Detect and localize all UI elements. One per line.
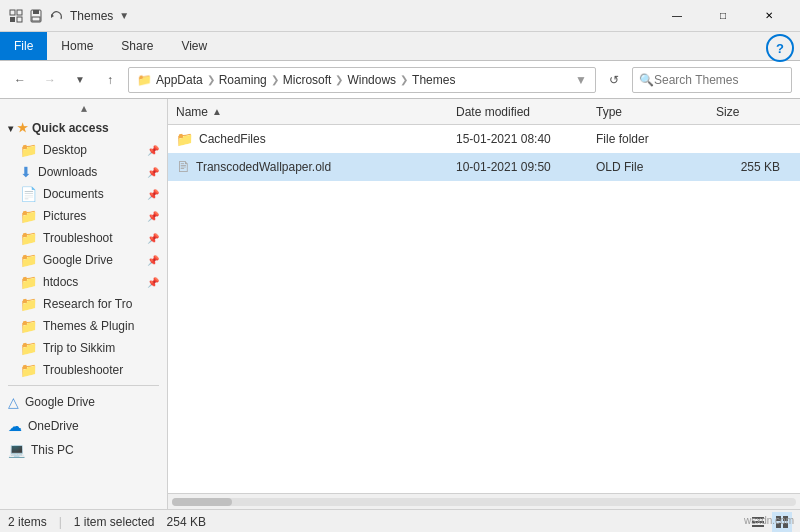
sidebar-item-label: Troubleshooter (43, 363, 123, 377)
sidebar-item-label: Documents (43, 187, 104, 201)
window-title: Themes (70, 9, 113, 23)
folder-icon: 📁 (20, 318, 37, 334)
breadcrumb-appdata[interactable]: AppData (156, 73, 203, 87)
sidebar-item-label: Downloads (38, 165, 97, 179)
undo-icon[interactable] (48, 8, 64, 24)
folder-icon: 📁 (20, 142, 37, 158)
folder-icon: 📁 (20, 362, 37, 378)
tab-share[interactable]: Share (107, 32, 167, 60)
doc-icon: 📄 (20, 186, 37, 202)
sidebar-item-desktop[interactable]: 📁 Desktop 📌 (0, 139, 167, 161)
breadcrumb-themes[interactable]: Themes (412, 73, 455, 87)
addressbar: ← → ▼ ↑ 📁 AppData ❯ Roaming ❯ Microsoft … (0, 61, 800, 99)
sidebar-item-google-drive[interactable]: 📁 Google Drive 📌 (0, 249, 167, 271)
pin-icon: 📌 (147, 145, 159, 156)
tab-home[interactable]: Home (47, 32, 107, 60)
maximize-button[interactable]: □ (700, 0, 746, 32)
sidebar-item-themes-plugins[interactable]: 📁 Themes & Plugin (0, 315, 167, 337)
scroll-track[interactable] (172, 498, 796, 506)
star-icon: ★ (17, 121, 28, 135)
svg-rect-3 (17, 17, 22, 22)
forward-button[interactable]: → (38, 68, 62, 92)
breadcrumb-windows[interactable]: Windows (347, 73, 396, 87)
filelist-header: Name ▲ Date modified Type Size (168, 99, 800, 125)
col-header-type[interactable]: Type (588, 99, 708, 125)
file-name-cell: 🖹 TranscodedWallpaper.old (168, 159, 448, 175)
folder-icon: 📁 (20, 274, 37, 290)
sidebar-item-google-drive-root[interactable]: △ Google Drive (0, 390, 167, 414)
titlebar-quick-icons (8, 8, 64, 24)
table-row[interactable]: 🖹 TranscodedWallpaper.old 10-01-2021 09:… (168, 153, 800, 181)
sidebar-item-this-pc[interactable]: 💻 This PC (0, 438, 167, 462)
pin-icon: 📌 (147, 189, 159, 200)
minimize-button[interactable]: — (654, 0, 700, 32)
refresh-button[interactable]: ↺ (602, 68, 626, 92)
sidebar-item-label: Google Drive (43, 253, 113, 267)
sidebar-item-htdocs[interactable]: 📁 htdocs 📌 (0, 271, 167, 293)
search-box[interactable]: 🔍 (632, 67, 792, 93)
sidebar-item-downloads[interactable]: ⬇ Downloads 📌 (0, 161, 167, 183)
close-button[interactable]: ✕ (746, 0, 792, 32)
sidebar-item-pictures[interactable]: 📁 Pictures 📌 (0, 205, 167, 227)
file-type-cell: File folder (588, 132, 708, 146)
pictures-icon: 📁 (20, 208, 37, 224)
sidebar-root-label: Google Drive (25, 395, 95, 409)
folder-icon: 📁 (176, 131, 193, 147)
titlebar-dropdown-icon[interactable]: ▼ (119, 10, 129, 21)
quick-access-header[interactable]: ▾ ★ Quick access (0, 117, 167, 139)
breadcrumb-microsoft[interactable]: Microsoft (283, 73, 332, 87)
help-button[interactable]: ? (766, 34, 794, 62)
sidebar-item-research[interactable]: 📁 Research for Tro (0, 293, 167, 315)
file-size-cell: 255 KB (708, 160, 788, 174)
back-button[interactable]: ← (8, 68, 32, 92)
sidebar-root-label: This PC (31, 443, 74, 457)
file-type-cell: OLD File (588, 160, 708, 174)
window-controls: — □ ✕ (654, 0, 792, 32)
up-button[interactable]: ↑ (98, 68, 122, 92)
folder-icon: 📁 (20, 252, 37, 268)
sidebar-item-label: Pictures (43, 209, 86, 223)
save-icon[interactable] (28, 8, 44, 24)
watermark: wsxdn.com (744, 515, 794, 526)
svg-rect-6 (32, 17, 40, 21)
sidebar-item-onedrive[interactable]: ☁ OneDrive (0, 414, 167, 438)
sidebar-item-label: Research for Tro (43, 297, 132, 311)
quick-access-icon[interactable] (8, 8, 24, 24)
pin-icon: 📌 (147, 167, 159, 178)
sidebar-scroll-up[interactable]: ▴ (0, 99, 167, 117)
col-header-name[interactable]: Name ▲ (168, 99, 448, 125)
sidebar-item-troubleshoot[interactable]: 📁 Troubleshoot 📌 (0, 227, 167, 249)
statusbar: 2 items | 1 item selected 254 KB (0, 509, 800, 532)
selected-size: 254 KB (167, 515, 206, 529)
scroll-thumb[interactable] (172, 498, 232, 506)
titlebar-left: Themes ▼ (8, 8, 129, 24)
sidebar-item-label: Trip to Sikkim (43, 341, 115, 355)
sidebar-item-troubleshooter[interactable]: 📁 Troubleshooter (0, 359, 167, 381)
file-name-cell: 📁 CachedFiles (168, 131, 448, 147)
sidebar-item-documents[interactable]: 📄 Documents 📌 (0, 183, 167, 205)
col-header-date[interactable]: Date modified (448, 99, 588, 125)
sidebar-divider (8, 385, 159, 386)
recent-button[interactable]: ▼ (68, 68, 92, 92)
breadcrumb-roaming[interactable]: Roaming (219, 73, 267, 87)
ribbon-tabs: File Home Share View ? (0, 32, 800, 60)
selected-count: 1 item selected (74, 515, 155, 529)
file-date-cell: 15-01-2021 08:40 (448, 132, 588, 146)
table-row[interactable]: 📁 CachedFiles 15-01-2021 08:40 File fold… (168, 125, 800, 153)
svg-rect-1 (17, 10, 22, 15)
filelist-body: 📁 CachedFiles 15-01-2021 08:40 File fold… (168, 125, 800, 493)
breadcrumb[interactable]: 📁 AppData ❯ Roaming ❯ Microsoft ❯ Window… (128, 67, 596, 93)
folder-icon: 📁 (20, 340, 37, 356)
sidebar-item-trip-sikkim[interactable]: 📁 Trip to Sikkim (0, 337, 167, 359)
tab-file[interactable]: File (0, 32, 47, 60)
pin-icon: 📌 (147, 233, 159, 244)
folder-icon: 📁 (20, 296, 37, 312)
tab-view[interactable]: View (167, 32, 221, 60)
folder-icon: 📁 (20, 230, 37, 246)
horizontal-scrollbar[interactable] (168, 493, 800, 509)
search-input[interactable] (654, 73, 774, 87)
sidebar: ▴ ▾ ★ Quick access 📁 Desktop 📌 ⬇ Downloa… (0, 99, 168, 509)
ribbon: File Home Share View ? (0, 32, 800, 61)
pin-icon: 📌 (147, 277, 159, 288)
col-header-size[interactable]: Size (708, 99, 788, 125)
